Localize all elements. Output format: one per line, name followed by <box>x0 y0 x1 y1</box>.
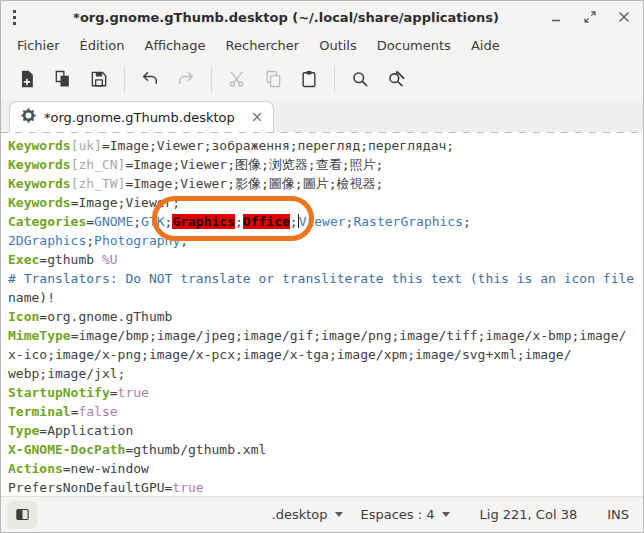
title-bar: *org.gnome.gThumb.desktop (~/.local/shar… <box>1 1 643 33</box>
toggle-side-panel-button[interactable] <box>7 501 37 529</box>
caret-down-icon <box>442 512 450 517</box>
menu-aide[interactable]: Aide <box>461 36 510 55</box>
toolbar-separator <box>211 66 212 93</box>
insert-mode-label: INS <box>607 507 629 522</box>
tab-bar: *org.gnome.gThumb.desktop × <box>1 101 643 132</box>
menu-bar: Fichier Édition Affichage Rechercher Out… <box>1 33 643 57</box>
minimize-button[interactable] <box>549 10 563 24</box>
toolbar-separator <box>334 66 335 93</box>
cursor-position-label: Lig 221, Col 38 <box>480 507 578 522</box>
editor-lines: Keywords[uk]=Image;Viewer;зображення;пер… <box>1 132 643 496</box>
menu-fichier[interactable]: Fichier <box>7 36 70 55</box>
copy-button[interactable] <box>255 62 291 96</box>
status-bar: .desktop Espaces : 4 Lig 221, Col 38 INS <box>1 496 643 532</box>
window-title: *org.gnome.gThumb.desktop (~/.local/shar… <box>33 10 539 25</box>
menu-handle-icon <box>13 10 33 25</box>
close-button[interactable] <box>617 10 631 24</box>
toolbar-separator <box>124 66 125 93</box>
menu-outils[interactable]: Outils <box>309 36 367 55</box>
text-editor-area[interactable]: Keywords[uk]=Image;Viewer;зображення;пер… <box>1 132 643 496</box>
cut-button[interactable] <box>219 62 255 96</box>
redo-button[interactable] <box>168 62 204 96</box>
indent-dropdown[interactable]: Espaces : 4 <box>361 507 450 522</box>
indent-label: Espaces : 4 <box>361 507 435 522</box>
search-replace-button[interactable] <box>378 62 414 96</box>
menu-affichage[interactable]: Affichage <box>134 36 215 55</box>
text-editor-window: *org.gnome.gThumb.desktop (~/.local/shar… <box>0 0 644 533</box>
menu-rechercher[interactable]: Rechercher <box>216 36 310 55</box>
caret-down-icon <box>335 512 343 517</box>
search-button[interactable] <box>342 62 378 96</box>
tab-label: *org.gnome.gThumb.desktop <box>44 110 235 125</box>
new-document-button[interactable] <box>9 62 45 96</box>
filetype-label: .desktop <box>272 507 328 522</box>
gear-icon <box>21 108 36 127</box>
paste-button[interactable] <box>291 62 327 96</box>
save-button[interactable] <box>81 62 117 96</box>
open-document-button[interactable] <box>45 62 81 96</box>
restore-button[interactable] <box>583 10 597 24</box>
undo-button[interactable] <box>132 62 168 96</box>
menu-documents[interactable]: Documents <box>367 36 461 55</box>
toolbar <box>1 57 643 101</box>
menu-edition[interactable]: Édition <box>70 36 135 55</box>
tab-close-icon[interactable]: × <box>251 110 264 125</box>
tab-gthumb-desktop[interactable]: *org.gnome.gThumb.desktop × <box>9 101 274 132</box>
filetype-dropdown[interactable]: .desktop <box>272 507 343 522</box>
